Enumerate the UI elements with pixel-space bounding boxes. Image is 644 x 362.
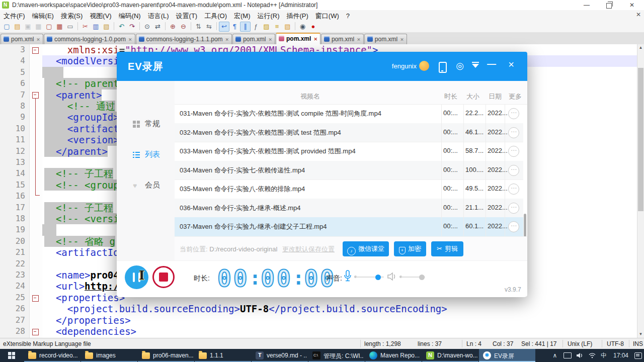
- tab-close-icon[interactable]: ✕: [225, 35, 229, 45]
- tray-network-icon[interactable]: [587, 349, 598, 362]
- mobile-link-icon[interactable]: [439, 62, 447, 73]
- sync-horizontal-scroll-button[interactable]: ⇆: [204, 22, 214, 32]
- ev-dialog-header[interactable]: EV录屏 fengunix ◎ — ×: [117, 52, 527, 81]
- more-button[interactable]: ⋯: [508, 127, 519, 138]
- tray-expand-icon[interactable]: ∧: [550, 349, 559, 362]
- menu-item-5[interactable]: 语言(L): [144, 10, 173, 22]
- close-button[interactable]: ✕: [621, 0, 643, 10]
- taskbar-item-D:\maven-wo...[interactable]: D:\maven-wo...: [422, 349, 478, 362]
- tab-close-icon[interactable]: ✕: [268, 35, 272, 45]
- taskbar-item-EV录屏[interactable]: EV录屏: [479, 349, 535, 362]
- wechat-class-button[interactable]: ♪微信课堂: [343, 241, 389, 256]
- stop-button[interactable]: [152, 266, 175, 288]
- tray-clock[interactable]: 17:04: [610, 349, 632, 362]
- tray-ime-indicator[interactable]: 中: [599, 349, 609, 362]
- speaker-icon[interactable]: [387, 272, 397, 281]
- print-button[interactable]: ▭: [65, 22, 75, 32]
- menu-item-7[interactable]: 工具(O): [201, 10, 230, 22]
- taskbar-item-pro06-maven...[interactable]: pro06-maven...: [138, 349, 194, 362]
- replace-button[interactable]: ⇄: [152, 22, 163, 32]
- tab-close-icon[interactable]: ✕: [128, 35, 132, 45]
- video-row[interactable]: 036-Maven 命令行-实验九-继承-概述.mp400:...21.1...…: [175, 199, 523, 218]
- undo-button[interactable]: ↶: [116, 22, 127, 32]
- tab-0[interactable]: pom.xml✕: [1, 34, 43, 45]
- sync-vertical-scroll-button[interactable]: ⇅: [193, 22, 204, 32]
- sidebar-item-general[interactable]: 常规: [117, 114, 175, 134]
- open-file-button[interactable]: ▤: [12, 22, 23, 32]
- more-button[interactable]: ⋯: [508, 184, 519, 195]
- record-macro-button[interactable]: ●: [308, 22, 318, 32]
- ev-minimize-button[interactable]: —: [487, 59, 496, 69]
- tab-close-icon[interactable]: ✕: [357, 35, 361, 45]
- menu-item-1[interactable]: 编辑(E): [29, 10, 57, 22]
- ev-close-button[interactable]: ×: [508, 59, 514, 70]
- ev-username[interactable]: fengunix: [392, 62, 417, 70]
- function-list-button[interactable]: ƒ: [251, 22, 261, 32]
- taskbar-item-images[interactable]: images: [81, 349, 137, 362]
- show-all-characters-button[interactable]: ¶: [229, 22, 240, 32]
- clip-button[interactable]: ✂剪辑: [431, 241, 463, 256]
- column-date[interactable]: 日期: [489, 92, 502, 101]
- taskbar-item-record-video...[interactable]: record-video...: [24, 349, 80, 362]
- pause-button[interactable]: [125, 265, 148, 289]
- skin-dropdown-icon[interactable]: [472, 64, 479, 68]
- taskbar-item-Maven Repo...[interactable]: Maven Repo...: [365, 349, 422, 362]
- taskbar-item-管理员: C:\WI...[interactable]: 管理员: C:\WI...: [308, 349, 365, 362]
- menu-item-3[interactable]: 视图(V): [86, 10, 115, 22]
- scroll-down-icon[interactable]: ▼: [637, 331, 644, 338]
- menu-item-11[interactable]: 窗口(W): [312, 10, 343, 22]
- scrollbar-thumb[interactable]: [638, 68, 643, 211]
- scroll-up-icon[interactable]: ▲: [637, 44, 644, 51]
- more-button[interactable]: ⋯: [508, 146, 519, 157]
- menu-item-8[interactable]: 宏(M): [230, 10, 254, 22]
- redo-button[interactable]: ↷: [127, 22, 137, 32]
- tab-6[interactable]: pom.xml✕: [364, 34, 407, 45]
- video-row[interactable]: 037-Maven 命令行-实验九-继承-创建父子工程.mp400:...60.…: [175, 217, 523, 237]
- video-row[interactable]: 031-Maven 命令行-实验六-依赖范围-测试 compile 范围-时间角…: [175, 104, 523, 124]
- more-button[interactable]: ⋯: [508, 165, 519, 176]
- close-all-button[interactable]: ▦: [54, 22, 65, 32]
- mic-volume-thumb[interactable]: [375, 275, 381, 280]
- list-scrollbar-thumb[interactable]: [524, 214, 526, 237]
- restore-button[interactable]: [598, 0, 620, 10]
- tray-device-icon[interactable]: [562, 349, 573, 362]
- column-more[interactable]: 更多: [509, 92, 522, 101]
- tab-5[interactable]: pom.xml✕: [321, 34, 364, 45]
- tray-volume-icon[interactable]: [575, 349, 586, 362]
- document-map-button[interactable]: ▨: [261, 22, 272, 32]
- video-row[interactable]: 034-Maven 命令行-实验七-依赖传递性.mp400:...100....…: [175, 161, 523, 180]
- fold-marker[interactable]: [32, 295, 39, 302]
- fold-marker[interactable]: [32, 329, 39, 335]
- menu-item-9[interactable]: 运行(R): [254, 10, 283, 22]
- menu-item-12[interactable]: ?: [343, 11, 353, 21]
- save-all-button[interactable]: ▦: [33, 22, 44, 32]
- fold-marker[interactable]: [32, 92, 39, 99]
- cut-button[interactable]: ✂: [80, 22, 91, 32]
- menu-item-4[interactable]: 编码(N): [115, 10, 144, 22]
- tab-4[interactable]: pom.xml✕: [276, 33, 320, 45]
- tray-notification-icon[interactable]: [633, 349, 643, 362]
- settings-icon[interactable]: ◎: [456, 60, 464, 71]
- microphone-icon[interactable]: [344, 270, 352, 282]
- column-video-name[interactable]: 视频名: [300, 92, 320, 101]
- video-row[interactable]: 033-Maven 命令行-实验六-依赖范围-测试 provided 范围.mp…: [175, 142, 523, 161]
- minimize-button[interactable]: —: [576, 0, 598, 10]
- video-row[interactable]: 032-Maven 命令行-实验六-依赖范围-测试 test 范围.mp400:…: [175, 123, 523, 143]
- more-button[interactable]: ⋯: [508, 203, 519, 214]
- fold-marker[interactable]: [32, 47, 39, 54]
- document-list-button[interactable]: ≡: [272, 22, 282, 32]
- column-duration[interactable]: 时长: [444, 92, 457, 101]
- column-size[interactable]: 大小: [466, 92, 479, 101]
- encrypt-button[interactable]: +加密: [394, 241, 426, 256]
- tab-close-icon[interactable]: ✕: [36, 35, 40, 45]
- video-row[interactable]: 035-Maven 命令行-实验八-依赖的排除.mp400:...49.5...…: [175, 179, 523, 199]
- taskbar-item-verse09.md - ...[interactable]: verse09.md - ...: [252, 349, 308, 362]
- sidebar-item-member[interactable]: ♥ 会员: [117, 175, 175, 196]
- tab-1[interactable]: commons-logging-1.0.pom✕: [44, 34, 135, 45]
- close-document-icon[interactable]: ✕: [636, 11, 641, 18]
- change-location-link[interactable]: 更改默认保存位置: [282, 245, 335, 253]
- tab-close-icon[interactable]: ✕: [313, 34, 317, 44]
- tab-2[interactable]: commons-logging-1.1.1.pom✕: [136, 34, 232, 45]
- menu-item-10[interactable]: 插件(P): [283, 10, 312, 22]
- more-button[interactable]: ⋯: [508, 221, 519, 232]
